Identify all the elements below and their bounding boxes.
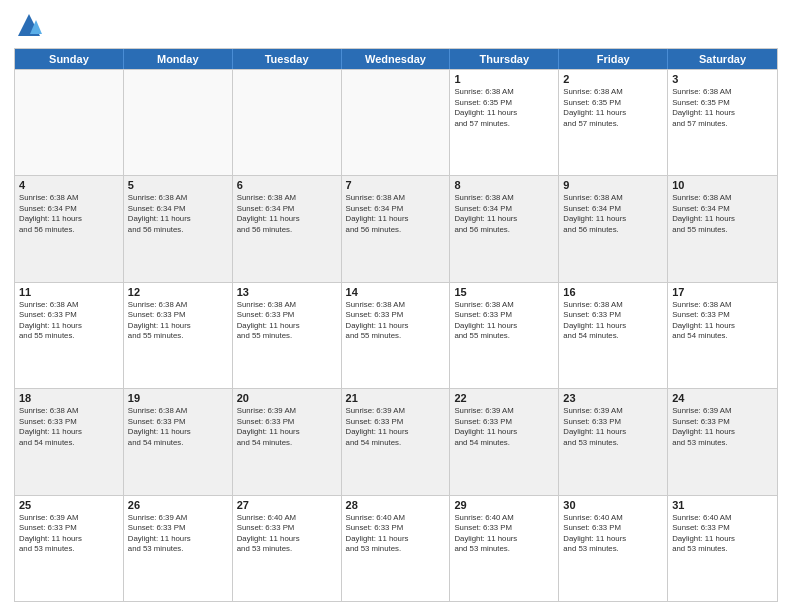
calendar-cell-10: 10Sunrise: 6:38 AM Sunset: 6:34 PM Dayli… xyxy=(668,176,777,281)
day-number: 7 xyxy=(346,179,446,191)
calendar-header: SundayMondayTuesdayWednesdayThursdayFrid… xyxy=(15,49,777,69)
day-number: 2 xyxy=(563,73,663,85)
day-info: Sunrise: 6:38 AM Sunset: 6:33 PM Dayligh… xyxy=(128,300,228,342)
calendar-row-3: 11Sunrise: 6:38 AM Sunset: 6:33 PM Dayli… xyxy=(15,282,777,388)
day-number: 9 xyxy=(563,179,663,191)
day-number: 26 xyxy=(128,499,228,511)
day-info: Sunrise: 6:38 AM Sunset: 6:35 PM Dayligh… xyxy=(563,87,663,129)
calendar-cell-27: 27Sunrise: 6:40 AM Sunset: 6:33 PM Dayli… xyxy=(233,496,342,601)
calendar-cell-22: 22Sunrise: 6:39 AM Sunset: 6:33 PM Dayli… xyxy=(450,389,559,494)
calendar-cell-1: 1Sunrise: 6:38 AM Sunset: 6:35 PM Daylig… xyxy=(450,70,559,175)
calendar-body: 1Sunrise: 6:38 AM Sunset: 6:35 PM Daylig… xyxy=(15,69,777,601)
day-number: 20 xyxy=(237,392,337,404)
day-info: Sunrise: 6:39 AM Sunset: 6:33 PM Dayligh… xyxy=(346,406,446,448)
calendar-cell-29: 29Sunrise: 6:40 AM Sunset: 6:33 PM Dayli… xyxy=(450,496,559,601)
day-number: 22 xyxy=(454,392,554,404)
calendar-cell-empty-3 xyxy=(342,70,451,175)
day-info: Sunrise: 6:40 AM Sunset: 6:33 PM Dayligh… xyxy=(672,513,773,555)
calendar-cell-19: 19Sunrise: 6:38 AM Sunset: 6:33 PM Dayli… xyxy=(124,389,233,494)
day-info: Sunrise: 6:38 AM Sunset: 6:34 PM Dayligh… xyxy=(454,193,554,235)
day-number: 28 xyxy=(346,499,446,511)
day-number: 12 xyxy=(128,286,228,298)
day-number: 6 xyxy=(237,179,337,191)
calendar-cell-11: 11Sunrise: 6:38 AM Sunset: 6:33 PM Dayli… xyxy=(15,283,124,388)
calendar-cell-23: 23Sunrise: 6:39 AM Sunset: 6:33 PM Dayli… xyxy=(559,389,668,494)
calendar-cell-21: 21Sunrise: 6:39 AM Sunset: 6:33 PM Dayli… xyxy=(342,389,451,494)
calendar-cell-13: 13Sunrise: 6:38 AM Sunset: 6:33 PM Dayli… xyxy=(233,283,342,388)
calendar-cell-30: 30Sunrise: 6:40 AM Sunset: 6:33 PM Dayli… xyxy=(559,496,668,601)
calendar-cell-15: 15Sunrise: 6:38 AM Sunset: 6:33 PM Dayli… xyxy=(450,283,559,388)
day-info: Sunrise: 6:40 AM Sunset: 6:33 PM Dayligh… xyxy=(237,513,337,555)
calendar-cell-6: 6Sunrise: 6:38 AM Sunset: 6:34 PM Daylig… xyxy=(233,176,342,281)
day-info: Sunrise: 6:40 AM Sunset: 6:33 PM Dayligh… xyxy=(454,513,554,555)
day-number: 24 xyxy=(672,392,773,404)
calendar-cell-7: 7Sunrise: 6:38 AM Sunset: 6:34 PM Daylig… xyxy=(342,176,451,281)
day-number: 23 xyxy=(563,392,663,404)
calendar-cell-25: 25Sunrise: 6:39 AM Sunset: 6:33 PM Dayli… xyxy=(15,496,124,601)
calendar-cell-8: 8Sunrise: 6:38 AM Sunset: 6:34 PM Daylig… xyxy=(450,176,559,281)
day-info: Sunrise: 6:38 AM Sunset: 6:34 PM Dayligh… xyxy=(672,193,773,235)
day-number: 4 xyxy=(19,179,119,191)
calendar-cell-3: 3Sunrise: 6:38 AM Sunset: 6:35 PM Daylig… xyxy=(668,70,777,175)
calendar-cell-17: 17Sunrise: 6:38 AM Sunset: 6:33 PM Dayli… xyxy=(668,283,777,388)
day-number: 11 xyxy=(19,286,119,298)
day-info: Sunrise: 6:39 AM Sunset: 6:33 PM Dayligh… xyxy=(563,406,663,448)
day-number: 17 xyxy=(672,286,773,298)
day-info: Sunrise: 6:38 AM Sunset: 6:35 PM Dayligh… xyxy=(454,87,554,129)
calendar-row-2: 4Sunrise: 6:38 AM Sunset: 6:34 PM Daylig… xyxy=(15,175,777,281)
day-number: 5 xyxy=(128,179,228,191)
header-day-thursday: Thursday xyxy=(450,49,559,69)
day-info: Sunrise: 6:38 AM Sunset: 6:33 PM Dayligh… xyxy=(237,300,337,342)
day-number: 25 xyxy=(19,499,119,511)
day-info: Sunrise: 6:40 AM Sunset: 6:33 PM Dayligh… xyxy=(563,513,663,555)
day-number: 16 xyxy=(563,286,663,298)
calendar-cell-9: 9Sunrise: 6:38 AM Sunset: 6:34 PM Daylig… xyxy=(559,176,668,281)
day-info: Sunrise: 6:39 AM Sunset: 6:33 PM Dayligh… xyxy=(128,513,228,555)
calendar-cell-14: 14Sunrise: 6:38 AM Sunset: 6:33 PM Dayli… xyxy=(342,283,451,388)
day-number: 1 xyxy=(454,73,554,85)
day-info: Sunrise: 6:38 AM Sunset: 6:33 PM Dayligh… xyxy=(454,300,554,342)
day-info: Sunrise: 6:38 AM Sunset: 6:33 PM Dayligh… xyxy=(672,300,773,342)
day-number: 15 xyxy=(454,286,554,298)
calendar-cell-empty-2 xyxy=(233,70,342,175)
calendar-row-4: 18Sunrise: 6:38 AM Sunset: 6:33 PM Dayli… xyxy=(15,388,777,494)
calendar-cell-28: 28Sunrise: 6:40 AM Sunset: 6:33 PM Dayli… xyxy=(342,496,451,601)
calendar-cell-26: 26Sunrise: 6:39 AM Sunset: 6:33 PM Dayli… xyxy=(124,496,233,601)
day-info: Sunrise: 6:38 AM Sunset: 6:34 PM Dayligh… xyxy=(346,193,446,235)
day-number: 29 xyxy=(454,499,554,511)
day-number: 30 xyxy=(563,499,663,511)
day-info: Sunrise: 6:38 AM Sunset: 6:34 PM Dayligh… xyxy=(237,193,337,235)
page: SundayMondayTuesdayWednesdayThursdayFrid… xyxy=(0,0,792,612)
header xyxy=(14,10,778,40)
calendar-cell-16: 16Sunrise: 6:38 AM Sunset: 6:33 PM Dayli… xyxy=(559,283,668,388)
day-info: Sunrise: 6:38 AM Sunset: 6:33 PM Dayligh… xyxy=(19,300,119,342)
calendar: SundayMondayTuesdayWednesdayThursdayFrid… xyxy=(14,48,778,602)
day-info: Sunrise: 6:39 AM Sunset: 6:33 PM Dayligh… xyxy=(672,406,773,448)
calendar-cell-5: 5Sunrise: 6:38 AM Sunset: 6:34 PM Daylig… xyxy=(124,176,233,281)
header-day-tuesday: Tuesday xyxy=(233,49,342,69)
day-info: Sunrise: 6:38 AM Sunset: 6:33 PM Dayligh… xyxy=(128,406,228,448)
calendar-cell-20: 20Sunrise: 6:39 AM Sunset: 6:33 PM Dayli… xyxy=(233,389,342,494)
day-number: 31 xyxy=(672,499,773,511)
day-number: 8 xyxy=(454,179,554,191)
header-day-friday: Friday xyxy=(559,49,668,69)
day-number: 27 xyxy=(237,499,337,511)
header-day-wednesday: Wednesday xyxy=(342,49,451,69)
day-info: Sunrise: 6:39 AM Sunset: 6:33 PM Dayligh… xyxy=(454,406,554,448)
calendar-row-5: 25Sunrise: 6:39 AM Sunset: 6:33 PM Dayli… xyxy=(15,495,777,601)
day-info: Sunrise: 6:38 AM Sunset: 6:33 PM Dayligh… xyxy=(19,406,119,448)
day-info: Sunrise: 6:38 AM Sunset: 6:34 PM Dayligh… xyxy=(19,193,119,235)
day-info: Sunrise: 6:38 AM Sunset: 6:34 PM Dayligh… xyxy=(563,193,663,235)
day-info: Sunrise: 6:38 AM Sunset: 6:33 PM Dayligh… xyxy=(563,300,663,342)
header-day-saturday: Saturday xyxy=(668,49,777,69)
calendar-cell-2: 2Sunrise: 6:38 AM Sunset: 6:35 PM Daylig… xyxy=(559,70,668,175)
day-number: 10 xyxy=(672,179,773,191)
header-day-monday: Monday xyxy=(124,49,233,69)
day-info: Sunrise: 6:38 AM Sunset: 6:34 PM Dayligh… xyxy=(128,193,228,235)
calendar-cell-31: 31Sunrise: 6:40 AM Sunset: 6:33 PM Dayli… xyxy=(668,496,777,601)
calendar-cell-4: 4Sunrise: 6:38 AM Sunset: 6:34 PM Daylig… xyxy=(15,176,124,281)
logo xyxy=(14,10,48,40)
day-number: 3 xyxy=(672,73,773,85)
day-number: 19 xyxy=(128,392,228,404)
header-day-sunday: Sunday xyxy=(15,49,124,69)
